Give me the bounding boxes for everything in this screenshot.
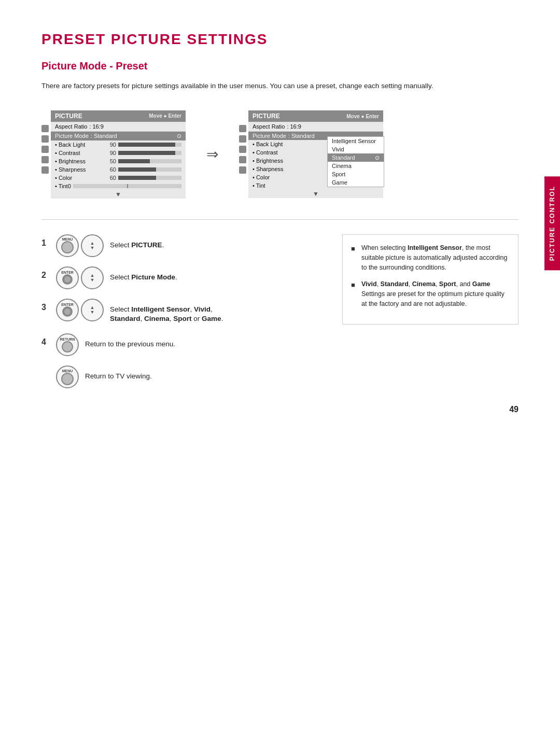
- left-tv-screen: PICTURE Move ● Enter Aspect Ratio : 16:9…: [51, 110, 186, 199]
- step-number-2: 2: [41, 271, 50, 280]
- setting-label-4: • Color: [55, 175, 102, 181]
- setting-label-3: • Sharpness: [55, 166, 102, 173]
- setting-bar-1: [118, 151, 181, 155]
- left-aspect-value: : 16:9: [89, 123, 104, 130]
- arrow-right: ⇒: [206, 146, 218, 163]
- step-4-buttons: RETURN: [56, 333, 79, 356]
- step-2: 2 ENTER ▲ ▼ Select Picture Mode.: [41, 266, 321, 289]
- right-tv-screen: PICTURE Move ● Enter Aspect Ratio : 16:9…: [248, 110, 383, 198]
- menu-button-5[interactable]: MENU: [56, 365, 79, 388]
- step-3: 3 ENTER ▲ ▼ Select Intelligent Sensor, V…: [41, 299, 321, 325]
- dropdown-item-2: Standard ⊙: [328, 153, 384, 162]
- step-text-2: Select Picture Mode.: [110, 273, 177, 283]
- tint-bar: [73, 184, 181, 188]
- arrows-3[interactable]: ▲ ▼: [81, 299, 104, 321]
- setting-label-0: • Back Light: [55, 142, 102, 148]
- setting-row-tint: • Tint 0: [51, 182, 186, 190]
- selected-indicator: ⊙: [177, 133, 181, 139]
- right-move-enter: Move ● Enter: [346, 114, 379, 119]
- right-aspect-row: Aspect Ratio : 16:9: [248, 122, 383, 132]
- step-5: 5 MENU Return to TV viewing.: [41, 365, 321, 388]
- page-number: 49: [509, 405, 519, 414]
- setting-fill-4: [118, 176, 156, 180]
- note-2: ■ Vivid, Standard, Cinema, Sport, and Ga…: [351, 279, 510, 309]
- left-move-enter: Move ● Enter: [149, 113, 181, 119]
- left-menu-body: Aspect Ratio : 16:9 Picture Mode : Stand…: [51, 122, 186, 199]
- right-aspect-label: Aspect Ratio: [253, 123, 285, 130]
- right-mode-label: Picture Mode: [253, 133, 286, 139]
- enter-label-2: ENTER: [61, 271, 74, 274]
- dropdown-menu: Intelligent Sensor Vivid Standard ⊙ Cine…: [327, 136, 384, 187]
- right-icons: [239, 125, 246, 198]
- enter-button-2[interactable]: ENTER: [56, 266, 79, 289]
- menu-circle-inner-1: [61, 241, 74, 254]
- left-menu-header: PICTURE Move ● Enter: [51, 110, 186, 122]
- left-icon-1: [41, 125, 49, 132]
- setting-fill-3: [118, 167, 156, 172]
- return-button[interactable]: RETURN: [56, 333, 79, 356]
- dropdown-item-1: Vivid: [328, 145, 384, 153]
- return-inner: [62, 341, 73, 353]
- tint-center: [127, 184, 128, 188]
- step-1-buttons: MENU ▲ ▼: [56, 234, 104, 257]
- setting-value-4: 60: [102, 175, 116, 181]
- right-icon-2: [239, 135, 246, 143]
- note-1: ■ When selecting Intelligent Sensor, the…: [351, 243, 510, 273]
- setting-value-0: 90: [102, 142, 116, 148]
- arrows-2[interactable]: ▲ ▼: [81, 266, 104, 289]
- setting-fill-0: [118, 143, 175, 147]
- enter-button-3[interactable]: ENTER: [56, 299, 79, 321]
- left-menu-title: PICTURE: [55, 112, 82, 120]
- left-icon-3: [41, 146, 49, 153]
- left-icon-2: [41, 135, 49, 143]
- setting-value-2: 50: [102, 158, 116, 164]
- right-more-arrow: ▼: [248, 190, 383, 198]
- setting-label-tint: • Tint: [55, 183, 68, 189]
- right-screen-container: PICTURE Move ● Enter Aspect Ratio : 16:9…: [239, 110, 383, 198]
- setting-label-1: • Contrast: [55, 150, 102, 156]
- left-icons: [41, 125, 49, 199]
- setting-label-2: • Brightness: [55, 158, 102, 164]
- left-mode-row: Picture Mode : Standard ⊙: [51, 132, 186, 140]
- right-icon-1: [239, 125, 246, 132]
- right-icon-3: [239, 146, 246, 153]
- setting-bar-3: [118, 167, 181, 172]
- arrows-1[interactable]: ▲ ▼: [81, 234, 104, 257]
- notes-box: ■ When selecting Intelligent Sensor, the…: [342, 234, 519, 325]
- right-setting-label-0: • Back Light: [253, 141, 283, 147]
- right-mode-value: : Standard: [288, 133, 315, 139]
- setting-bar-0: [118, 143, 181, 147]
- note-text-1: When selecting Intelligent Sensor, the m…: [361, 243, 510, 273]
- setting-value-tint: 0: [68, 183, 71, 189]
- side-tab: PICTURE CONTROL: [544, 176, 560, 270]
- main-title: PRESET PICTURE SETTINGS: [41, 31, 519, 48]
- setting-row-4: • Color 60: [51, 174, 186, 182]
- enter-inner-2: [62, 274, 73, 285]
- step-number-4: 4: [41, 337, 50, 347]
- menu-button-1[interactable]: MENU: [56, 234, 79, 257]
- selected-dot: ⊙: [375, 154, 380, 161]
- note-bullet-2: ■: [351, 280, 357, 291]
- left-aspect-row: Aspect Ratio : 16:9: [51, 122, 186, 132]
- left-mode-value: : Standard: [91, 133, 117, 139]
- right-menu-title: PICTURE: [253, 112, 280, 120]
- setting-row-0: • Back Light 90: [51, 140, 186, 149]
- note-text-2: Vivid, Standard, Cinema, Sport, and Game…: [361, 279, 510, 309]
- setting-bar-2: [118, 159, 181, 163]
- enter-label-3: ENTER: [61, 303, 74, 306]
- step-1: 1 MENU ▲ ▼ Select PICTURE.: [41, 234, 321, 257]
- right-icon-5: [239, 166, 246, 174]
- setting-row-1: • Contrast 90: [51, 149, 186, 157]
- dropdown-item-0: Intelligent Sensor: [328, 137, 384, 145]
- right-menu-header: PICTURE Move ● Enter: [248, 110, 383, 122]
- left-mode-label: Picture Mode: [55, 133, 89, 139]
- more-arrow: ▼: [51, 190, 186, 199]
- step-text-5: Return to TV viewing.: [85, 372, 152, 382]
- sub-title: Picture Mode - Preset: [41, 60, 519, 72]
- setting-fill-2: [118, 159, 150, 163]
- return-label: RETURN: [60, 337, 75, 341]
- setting-row-3: • Sharpness 60: [51, 165, 186, 174]
- enter-innermost-3: [64, 308, 71, 315]
- step-text-3: Select Intelligent Sensor, Vivid,Standar…: [110, 305, 223, 325]
- menu-label-5: MENU: [62, 369, 73, 373]
